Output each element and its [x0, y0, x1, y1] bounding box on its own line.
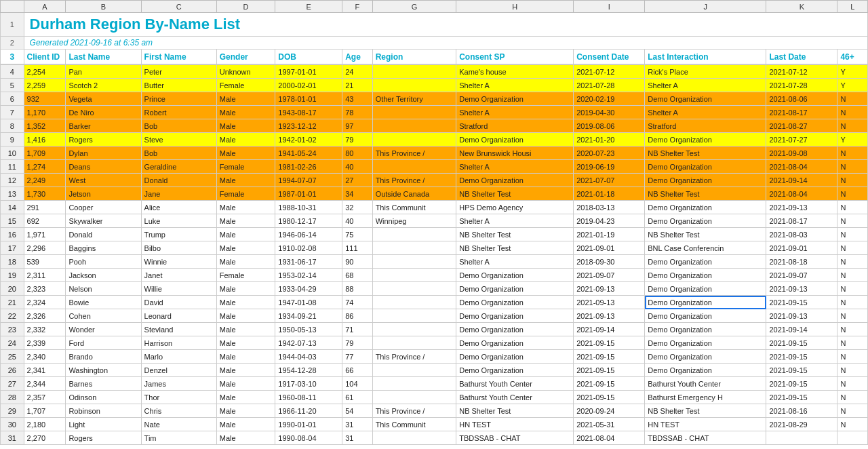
- cell[interactable]: 539: [24, 255, 66, 269]
- cell[interactable]: N: [837, 241, 868, 255]
- cell[interactable]: N: [837, 187, 868, 201]
- cell[interactable]: 1,709: [24, 147, 66, 160]
- cell[interactable]: 1,416: [24, 133, 66, 147]
- cell[interactable]: Shelter A: [645, 106, 766, 119]
- cell[interactable]: [372, 377, 456, 391]
- cell[interactable]: Harrison: [141, 336, 216, 350]
- cell[interactable]: Pan: [66, 65, 141, 79]
- cell[interactable]: Wonder: [66, 323, 141, 336]
- cell[interactable]: 2021-08-04: [766, 187, 837, 201]
- cell[interactable]: 2021-09-01: [766, 241, 837, 255]
- cell[interactable]: Deans: [66, 160, 141, 174]
- cell[interactable]: 2019-04-23: [574, 214, 645, 228]
- cell[interactable]: Trump: [141, 228, 216, 241]
- cell[interactable]: 27: [342, 174, 372, 187]
- cell[interactable]: Male: [216, 431, 275, 445]
- cell[interactable]: 2021-09-13: [766, 282, 837, 296]
- cell[interactable]: 2021-09-13: [574, 282, 645, 296]
- cell[interactable]: 2021-08-06: [766, 92, 837, 106]
- cell[interactable]: 2021-08-16: [766, 404, 837, 418]
- cell[interactable]: N: [837, 323, 868, 336]
- cell[interactable]: Demo Organization: [456, 269, 574, 282]
- cell[interactable]: Demo Organization: [645, 201, 766, 214]
- cell[interactable]: Male: [216, 377, 275, 391]
- cell[interactable]: Male: [216, 404, 275, 418]
- cell[interactable]: 43: [342, 92, 372, 106]
- cell[interactable]: [372, 364, 456, 377]
- cell[interactable]: 2021-08-03: [766, 228, 837, 241]
- cell[interactable]: 1946-06-14: [275, 228, 342, 241]
- cell[interactable]: 1,170: [24, 106, 66, 119]
- cell[interactable]: Skywalker: [66, 214, 141, 228]
- cell[interactable]: Leonard: [141, 309, 216, 323]
- cell[interactable]: 1953-02-14: [275, 269, 342, 282]
- cell[interactable]: 78: [342, 106, 372, 119]
- cell[interactable]: HN TEST: [456, 418, 574, 431]
- cell[interactable]: Donald: [66, 228, 141, 241]
- cell[interactable]: 2021-08-27: [766, 119, 837, 133]
- cell[interactable]: Male: [216, 106, 275, 119]
- cell[interactable]: 2021-08-29: [766, 418, 837, 431]
- cell[interactable]: 2021-07-27: [766, 133, 837, 147]
- cell[interactable]: Demo Organization: [456, 350, 574, 364]
- cell[interactable]: 2,254: [24, 65, 66, 79]
- cell[interactable]: TBDSSAB - CHAT: [645, 431, 766, 445]
- cell[interactable]: 2021-09-13: [766, 309, 837, 323]
- cell[interactable]: Female: [216, 269, 275, 282]
- cell[interactable]: 1950-05-13: [275, 323, 342, 336]
- cell[interactable]: Scotch 2: [66, 79, 141, 92]
- cell[interactable]: 31: [342, 431, 372, 445]
- cell[interactable]: Female: [216, 79, 275, 92]
- cell[interactable]: 2021-09-15: [766, 391, 837, 404]
- cell[interactable]: BNL Case Conferencin: [645, 241, 766, 255]
- cell[interactable]: [372, 119, 456, 133]
- cell[interactable]: [372, 282, 456, 296]
- cell[interactable]: Peter: [141, 65, 216, 79]
- cell[interactable]: 2021-01-19: [574, 228, 645, 241]
- cell[interactable]: [372, 79, 456, 92]
- cell[interactable]: This Province /: [372, 350, 456, 364]
- cell[interactable]: Baggins: [66, 241, 141, 255]
- cell[interactable]: Male: [216, 418, 275, 431]
- cell[interactable]: Luke: [141, 214, 216, 228]
- cell[interactable]: 1,352: [24, 119, 66, 133]
- cell[interactable]: Robert: [141, 106, 216, 119]
- col-header-h[interactable]: H: [456, 1, 574, 13]
- cell[interactable]: 2,180: [24, 418, 66, 431]
- cell[interactable]: 90: [342, 255, 372, 269]
- cell[interactable]: Other Territory: [372, 92, 456, 106]
- cell[interactable]: Female: [216, 160, 275, 174]
- cell[interactable]: 1910-02-08: [275, 241, 342, 255]
- cell[interactable]: Male: [216, 133, 275, 147]
- cell[interactable]: HN TEST: [645, 418, 766, 431]
- cell[interactable]: Stevland: [141, 323, 216, 336]
- col-header-e[interactable]: E: [275, 1, 342, 13]
- cell[interactable]: Winnie: [141, 255, 216, 269]
- cell[interactable]: N: [837, 119, 868, 133]
- cell[interactable]: [372, 309, 456, 323]
- cell[interactable]: Shelter A: [645, 79, 766, 92]
- cell[interactable]: Odinson: [66, 391, 141, 404]
- cell[interactable]: N: [837, 92, 868, 106]
- cell[interactable]: N: [837, 147, 868, 160]
- cell[interactable]: N: [837, 309, 868, 323]
- cell[interactable]: 97: [342, 119, 372, 133]
- cell[interactable]: 2021-09-08: [766, 147, 837, 160]
- cell[interactable]: 2020-09-24: [574, 404, 645, 418]
- cell[interactable]: West: [66, 174, 141, 187]
- cell[interactable]: 2000-02-01: [275, 79, 342, 92]
- cell[interactable]: 2021-08-04: [574, 431, 645, 445]
- cell[interactable]: 66: [342, 364, 372, 377]
- col-header-a[interactable]: A: [24, 1, 66, 13]
- cell[interactable]: 2021-08-04: [766, 160, 837, 174]
- cell[interactable]: Donald: [141, 174, 216, 187]
- cell[interactable]: N: [837, 336, 868, 350]
- cell[interactable]: 79: [342, 133, 372, 147]
- cell[interactable]: 104: [342, 377, 372, 391]
- cell[interactable]: Barker: [66, 119, 141, 133]
- cell[interactable]: Bob: [141, 119, 216, 133]
- col-header-d[interactable]: D: [216, 1, 275, 13]
- cell[interactable]: 54: [342, 404, 372, 418]
- cell[interactable]: 1917-03-10: [275, 377, 342, 391]
- cell[interactable]: 74: [342, 296, 372, 309]
